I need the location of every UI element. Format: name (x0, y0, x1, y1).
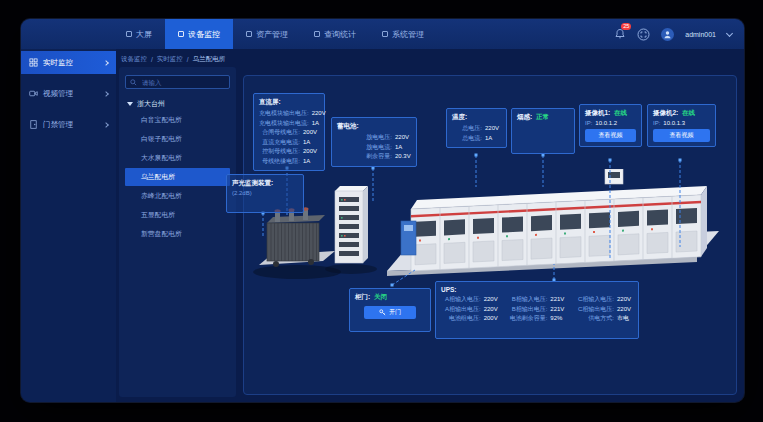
cabinet-door-panel: 柜门: 关闭 开门 (349, 288, 431, 332)
tab-query-statistics[interactable]: 查询统计 (301, 19, 369, 49)
metric-value: 220V (485, 124, 501, 134)
metric-label: 控制母线电压: (259, 147, 300, 157)
metric-label: 总电压: (452, 124, 482, 134)
sidebar-item-label: 门禁管理 (43, 120, 99, 130)
metric-label: A相输入电压: (441, 295, 481, 305)
tree-item-substation[interactable]: 新营盘配电所 (125, 225, 230, 243)
sidebar-item-video-management[interactable]: 视频管理 (21, 82, 116, 105)
gear-icon (382, 31, 388, 37)
ip-value: 10.0.1.3 (663, 120, 685, 126)
status-badge: 在线 (682, 109, 695, 116)
metric-value: 92% (550, 314, 566, 324)
sidebar-item-realtime-monitor[interactable]: 实时监控 (21, 51, 116, 74)
metric-value: 市电 (617, 314, 633, 324)
panel-title: 温度: (452, 113, 501, 122)
tree-item-substation[interactable]: 白音宝配电所 (125, 111, 230, 129)
notification-badge: 25 (621, 23, 631, 30)
video-camera-icon (29, 89, 38, 98)
fullscreen-icon[interactable] (637, 28, 650, 41)
user-menu-chevron-icon[interactable] (726, 29, 733, 36)
cabinet-shadow (325, 264, 377, 274)
camera1-panel: 摄像机1: 在线 IP:10.0.1.2 查看视频 (579, 104, 642, 147)
ip-label: IP: (585, 120, 592, 126)
breadcrumb-current: 乌兰配电所 (193, 55, 226, 64)
sidebar-item-label: 实时监控 (43, 58, 99, 68)
ups-grid: A相输入电压:220V A相输出电压:220V 电池组电压:200V B相输入电… (441, 295, 633, 324)
metric-value: 20.3V (395, 152, 411, 162)
metric-value: 200V (484, 314, 500, 324)
door-label: 柜门: (355, 293, 370, 300)
sidebar-item-access-control[interactable]: 门禁管理 (21, 113, 116, 136)
substation-3d-illustration (249, 169, 719, 294)
metric-label: 电池组电压: (441, 314, 481, 324)
panel-title: UPS: (441, 286, 633, 293)
metric-value: 1A (303, 157, 319, 167)
search-input[interactable] (140, 78, 225, 87)
metric-label: B相输入电压: (508, 295, 548, 305)
metric-label: 充电模块输出电流: (259, 119, 309, 129)
ip-value: 10.0.1.2 (595, 120, 617, 126)
view-video-button[interactable]: 查看视频 (653, 129, 710, 142)
tab-device-monitor[interactable]: 设备监控 (165, 19, 233, 49)
metric-label: 总电流: (452, 134, 482, 144)
metric-label: C相输入电压: (574, 295, 614, 305)
metric-value: 220V (312, 109, 328, 119)
temperature-panel: 温度: 总电压:220V 总电流:1A (446, 108, 507, 148)
dc-screen-panel: 直流屏: 充电模块输出电压:220V 充电模块输出电流:1A 合闸母线电压:20… (253, 93, 325, 171)
metric-value: 220V (395, 133, 411, 143)
metric-label: 母线绝缘电阻: (259, 157, 300, 167)
metric-label: 电池剩余容量: (508, 314, 548, 324)
user-avatar[interactable] (661, 28, 674, 41)
tree-root-node[interactable]: 浙大台州 (127, 99, 228, 109)
chevron-right-icon (103, 60, 109, 66)
metric-label: A相输出电压: (441, 305, 481, 315)
search-icon (130, 79, 137, 86)
tab-label: 大屏 (136, 29, 152, 40)
metric-value: 1A (395, 143, 411, 153)
open-door-button[interactable]: 开门 (364, 306, 416, 319)
switchgear-row-illustration (401, 186, 707, 271)
metric-value: 1A (303, 138, 319, 148)
left-sidebar: 实时监控 视频管理 门禁管理 (21, 49, 116, 402)
notifications-button[interactable]: 25 (614, 28, 626, 40)
asset-icon (246, 31, 252, 37)
app-window: 大屏 设备监控 资产管理 查询统计 系统管理 (21, 19, 744, 402)
camera-label: 摄像机2: (653, 109, 678, 116)
nav-tabs: 大屏 设备监控 资产管理 查询统计 系统管理 (113, 19, 437, 49)
ups-panel: UPS: A相输入电压:220V A相输出电压:220V 电池组电压:200V … (435, 281, 639, 339)
tree-item-substation-selected[interactable]: 乌兰配电所 (125, 168, 230, 186)
ip-label: IP: (653, 120, 660, 126)
user-avatar-icon (663, 30, 672, 39)
tree-item-substation[interactable]: 大水泉配电所 (125, 149, 230, 167)
sidebar-item-label: 视频管理 (43, 89, 99, 99)
wall-device-illustration (605, 169, 623, 184)
tree-root-label: 浙大台州 (137, 99, 165, 109)
tree-item-substation[interactable]: 赤峰北配电所 (125, 187, 230, 205)
tab-dashboard[interactable]: 大屏 (113, 19, 165, 49)
breadcrumb-item[interactable]: 设备监控 (121, 55, 147, 64)
battery-panel: 蓄电池: 放电电压:220V 放电电流:1A 剩余容量:20.3V (331, 117, 417, 167)
metric-label: 充电模块输出电压: (259, 109, 309, 119)
panel-title: 直流屏: (259, 98, 319, 107)
station-tree-panel: 浙大台州 白音宝配电所 白银子配电所 大水泉配电所 乌兰配电所 赤峰北配电所 五… (119, 67, 236, 397)
top-nav-bar: 大屏 设备监控 资产管理 查询统计 系统管理 (21, 19, 744, 49)
tab-label: 系统管理 (392, 29, 424, 40)
tab-label: 资产管理 (256, 29, 288, 40)
tab-system-management[interactable]: 系统管理 (369, 19, 437, 49)
sound-light-monitor-panel: 声光监测装置: (2.2dB) (226, 174, 304, 213)
top-right-actions: 25 admin001 (614, 19, 732, 49)
metric-value: 220V (484, 295, 500, 305)
metric-value: 1A (312, 119, 328, 129)
breadcrumb-item[interactable]: 实时监控 (157, 55, 183, 64)
tree-item-substation[interactable]: 白银子配电所 (125, 130, 230, 148)
metric-value: 220V (617, 295, 633, 305)
metric-value: 200V (303, 128, 319, 138)
screen-icon (126, 31, 132, 37)
tab-asset-management[interactable]: 资产管理 (233, 19, 301, 49)
tree-item-substation[interactable]: 五显配电所 (125, 206, 230, 224)
view-video-button[interactable]: 查看视频 (585, 129, 636, 142)
ups-phase-c-column: C相输入电压:220V C相输出电压:220V 供电方式:市电 (574, 295, 633, 324)
stats-icon (314, 31, 320, 37)
panel-title: 摄像机1: 在线 (585, 109, 636, 118)
blue-cabinet-screen (404, 225, 413, 231)
